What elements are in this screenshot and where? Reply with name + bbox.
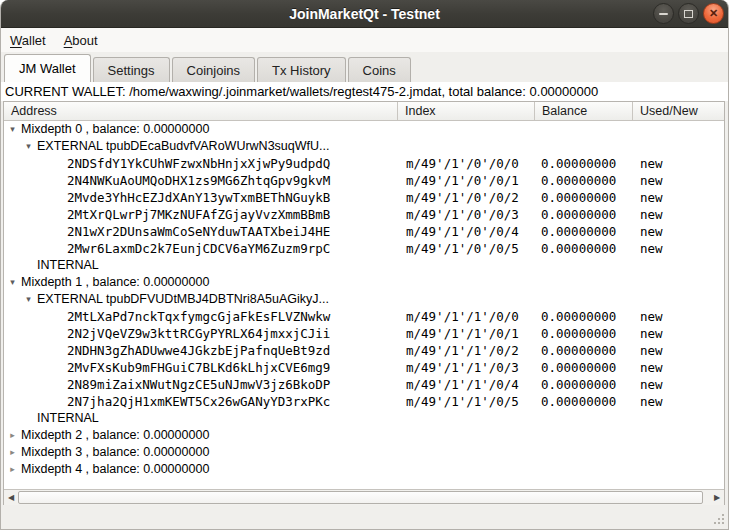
address-column-cell: ▸Mixdepth 2 , balance: 0.00000000	[4, 427, 398, 444]
address-column-cell: ▸Mixdepth 3 , balance: 0.00000000	[4, 444, 398, 461]
column-header-index[interactable]: Index	[398, 102, 535, 120]
tree-row-address[interactable]: 2Mvde3YhHcEZJdXAnY13ywTxmBEThNGuykBm/49'…	[4, 189, 724, 206]
tree-row-mixdepth[interactable]: ▾Mixdepth 1 , balance: 0.00000000	[4, 274, 724, 291]
tab-coins[interactable]: Coins	[348, 57, 411, 82]
tree-body: ▾Mixdepth 0 , balance: 0.00000000▾EXTERN…	[4, 121, 724, 489]
scrollbar-thumb[interactable]	[18, 491, 703, 504]
expand-arrow-icon[interactable]: ▾	[24, 138, 33, 155]
address-column-cell: 2N89miZaixNWutNgzCE5uNJmwV3jz6BkoDP	[4, 376, 398, 393]
close-button[interactable]: ✕	[703, 3, 724, 24]
address-text: 2N89miZaixNWutNgzCE5uNJmwV3jz6BkoDP	[67, 376, 330, 393]
scroll-right-icon[interactable]: ▶	[710, 490, 724, 505]
mixdepth-label: Mixdepth 4 , balance: 0.00000000	[21, 461, 209, 478]
tab-bar: JM WalletSettingsCoinjoinsTx HistoryCoin…	[1, 52, 728, 82]
maximize-icon	[684, 10, 693, 18]
tree-row-mixdepth[interactable]: ▸Mixdepth 2 , balance: 0.00000000	[4, 427, 724, 444]
status-cell: new	[633, 308, 724, 325]
mixdepth-label: Mixdepth 3 , balance: 0.00000000	[21, 444, 209, 461]
collapse-arrow-icon[interactable]: ▸	[8, 427, 17, 444]
tree-row-address[interactable]: 2MtXrQLwrPj7MKzNUFAfZGjayVvzXmmBBmBm/49'…	[4, 206, 724, 223]
index-cell: m/49'/1'/0'/0/5	[398, 240, 535, 257]
mixdepth-label: Mixdepth 0 , balance: 0.00000000	[21, 121, 209, 138]
column-header-address[interactable]: Address	[4, 102, 398, 120]
address-column-cell: 2N4NWKuAoUMQoDHX1zs9MG6ZhtqGpv9gkvM	[4, 172, 398, 189]
balance-cell: 0.00000000	[535, 240, 633, 257]
menu-item-about[interactable]: About	[64, 33, 98, 48]
tab-settings[interactable]: Settings	[93, 57, 170, 82]
address-column-cell: 2Mwr6LaxmDc2k7EunjCDCV6aYM6Zuzm9rpC	[4, 240, 398, 257]
horizontal-scrollbar[interactable]: ◀ ▶	[4, 489, 724, 505]
minimize-button[interactable]	[653, 3, 674, 24]
tree-row-address[interactable]: 2N1wXr2DUnsaWmCoSeNYduwTAATXbeiJ4HEm/49'…	[4, 223, 724, 240]
index-cell: m/49'/1'/1'/0/1	[398, 325, 535, 342]
resize-grip[interactable]	[711, 511, 724, 524]
menu-item-wallet[interactable]: Wallet	[10, 33, 46, 48]
tab-tx-history[interactable]: Tx History	[257, 57, 346, 82]
address-text: 2N2jVQeVZ9w3kttRCGyPYRLX64jmxxjCJii	[67, 325, 330, 342]
wallet-tree: AddressIndexBalanceUsed/New ▾Mixdepth 0 …	[3, 101, 725, 506]
tree-row-address[interactable]: 2N2jVQeVZ9w3kttRCGyPYRLX64jmxxjCJiim/49'…	[4, 325, 724, 342]
column-header-balance[interactable]: Balance	[535, 102, 633, 120]
tree-row-address[interactable]: 2NDHN3gZhADUwwe4JGkzbEjPafnqUeBt9zdm/49'…	[4, 342, 724, 359]
address-column-cell: ▾Mixdepth 1 , balance: 0.00000000	[4, 274, 398, 291]
app-window: JoinMarketQt - Testnet ✕ WalletAbout JM …	[0, 0, 729, 530]
tree-row-mixdepth[interactable]: ▸Mixdepth 4 , balance: 0.00000000	[4, 461, 724, 478]
tree-row-branch[interactable]: ▾EXTERNAL tpubDFVUDtMBJ4DBTNri8A5uAGikyJ…	[4, 291, 724, 308]
scroll-left-icon[interactable]: ◀	[4, 490, 18, 505]
address-column-cell: INTERNAL	[4, 257, 398, 274]
tree-row-address[interactable]: 2N4NWKuAoUMQoDHX1zs9MG6ZhtqGpv9gkvMm/49'…	[4, 172, 724, 189]
address-column-cell: 2Mvde3YhHcEZJdXAnY13ywTxmBEThNGuykB	[4, 189, 398, 206]
address-text: 2Mvde3YhHcEZJdXAnY13ywTxmBEThNGuykB	[67, 189, 330, 206]
index-cell: m/49'/1'/0'/0/2	[398, 189, 535, 206]
index-cell: m/49'/1'/1'/0/2	[398, 342, 535, 359]
tree-row-internal[interactable]: INTERNAL	[4, 410, 724, 427]
tree-row-internal[interactable]: INTERNAL	[4, 257, 724, 274]
titlebar[interactable]: JoinMarketQt - Testnet ✕	[1, 0, 728, 28]
address-text: 2N7jha2QjH1xmKEWT5Cx26wGANyYD3rxPKc	[67, 393, 330, 410]
status-cell: new	[633, 240, 724, 257]
address-column-cell: 2N2jVQeVZ9w3kttRCGyPYRLX64jmxxjCJii	[4, 325, 398, 342]
tree-row-branch[interactable]: ▾EXTERNAL tpubDEcaBudvfVARoWUrwN3suqWfU.…	[4, 138, 724, 155]
maximize-button[interactable]	[678, 3, 699, 24]
tree-row-address[interactable]: 2Mwr6LaxmDc2k7EunjCDCV6aYM6Zuzm9rpCm/49'…	[4, 240, 724, 257]
index-cell: m/49'/1'/1'/0/5	[398, 393, 535, 410]
address-text: 2Mwr6LaxmDc2k7EunjCDCV6aYM6Zuzm9rpC	[67, 240, 330, 257]
address-column-cell: 2MtLXaPd7nckTqxfymgcGjaFkEsFLVZNwkw	[4, 308, 398, 325]
tree-row-mixdepth[interactable]: ▾Mixdepth 0 , balance: 0.00000000	[4, 121, 724, 138]
tree-row-address[interactable]: 2MvFXsKub9mFHGuiC7BLKd6kLhjxCVE6mg9m/49'…	[4, 359, 724, 376]
tree-header: AddressIndexBalanceUsed/New	[4, 102, 724, 121]
expand-arrow-icon[interactable]: ▾	[24, 291, 33, 308]
tree-row-address[interactable]: 2MtLXaPd7nckTqxfymgcGjaFkEsFLVZNwkwm/49'…	[4, 308, 724, 325]
status-cell: new	[633, 172, 724, 189]
address-column-cell: 2NDHN3gZhADUwwe4JGkzbEjPafnqUeBt9zd	[4, 342, 398, 359]
address-column-cell: ▾EXTERNAL tpubDFVUDtMBJ4DBTNri8A5uAGikyJ…	[4, 291, 398, 308]
balance-cell: 0.00000000	[535, 189, 633, 206]
balance-cell: 0.00000000	[535, 342, 633, 359]
collapse-arrow-icon[interactable]: ▸	[8, 444, 17, 461]
status-cell: new	[633, 376, 724, 393]
tree-row-address[interactable]: 2N7jha2QjH1xmKEWT5Cx26wGANyYD3rxPKcm/49'…	[4, 393, 724, 410]
collapse-arrow-icon[interactable]: ▸	[8, 461, 17, 478]
tree-row-address[interactable]: 2NDSfdY1YkCUhWFzwxNbHnjxXjwPy9udpdQm/49'…	[4, 155, 724, 172]
index-cell: m/49'/1'/1'/0/0	[398, 308, 535, 325]
branch-label: EXTERNAL tpubDEcaBudvfVARoWUrwN3suqWfU..…	[37, 138, 329, 155]
column-header-used-new[interactable]: Used/New	[633, 102, 724, 120]
expand-arrow-icon[interactable]: ▾	[8, 274, 17, 291]
address-text: 2MvFXsKub9mFHGuiC7BLKd6kLhjxCVE6mg9	[67, 359, 330, 376]
address-text: 2NDHN3gZhADUwwe4JGkzbEjPafnqUeBt9zd	[67, 342, 330, 359]
status-bar	[1, 505, 728, 529]
address-column-cell: 2N7jha2QjH1xmKEWT5Cx26wGANyYD3rxPKc	[4, 393, 398, 410]
address-column-cell: 2MtXrQLwrPj7MKzNUFAfZGjayVvzXmmBBmB	[4, 206, 398, 223]
expand-arrow-icon[interactable]: ▾	[8, 121, 17, 138]
mixdepth-label: Mixdepth 2 , balance: 0.00000000	[21, 427, 209, 444]
balance-cell: 0.00000000	[535, 223, 633, 240]
address-text: 2NDSfdY1YkCUhWFzwxNbHnjxXjwPy9udpdQ	[67, 155, 330, 172]
menubar: WalletAbout	[1, 28, 728, 52]
tree-row-address[interactable]: 2N89miZaixNWutNgzCE5uNJmwV3jz6BkoDPm/49'…	[4, 376, 724, 393]
index-cell: m/49'/1'/1'/0/3	[398, 359, 535, 376]
tab-coinjoins[interactable]: Coinjoins	[172, 57, 255, 82]
address-column-cell: 2MvFXsKub9mFHGuiC7BLKd6kLhjxCVE6mg9	[4, 359, 398, 376]
tree-row-mixdepth[interactable]: ▸Mixdepth 3 , balance: 0.00000000	[4, 444, 724, 461]
tab-jm-wallet[interactable]: JM Wallet	[4, 54, 91, 82]
address-column-cell: 2NDSfdY1YkCUhWFzwxNbHnjxXjwPy9udpdQ	[4, 155, 398, 172]
